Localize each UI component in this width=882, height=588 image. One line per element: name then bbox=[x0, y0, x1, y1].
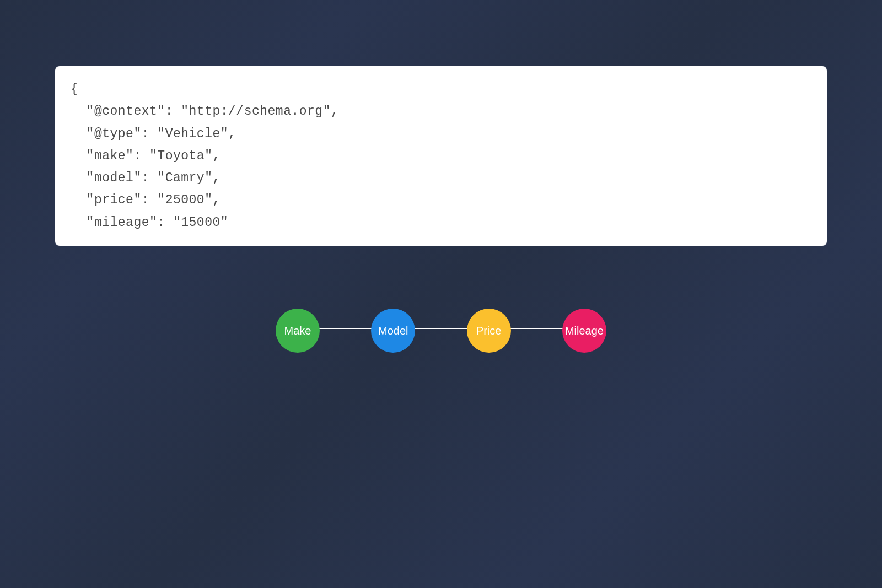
code-block: { "@context": "http://schema.org", "@typ… bbox=[55, 66, 827, 246]
badges-container: Make Model Price Mileage bbox=[276, 309, 606, 353]
badge-label: Price bbox=[476, 325, 502, 337]
badge-model: Model bbox=[371, 309, 415, 353]
badge-make: Make bbox=[276, 309, 320, 353]
badge-label: Make bbox=[284, 325, 311, 337]
badge-price: Price bbox=[467, 309, 511, 353]
code-content: { "@context": "http://schema.org", "@typ… bbox=[71, 78, 811, 234]
badge-label: Mileage bbox=[565, 325, 604, 337]
badge-label: Model bbox=[378, 325, 408, 337]
badge-mileage: Mileage bbox=[562, 309, 606, 353]
